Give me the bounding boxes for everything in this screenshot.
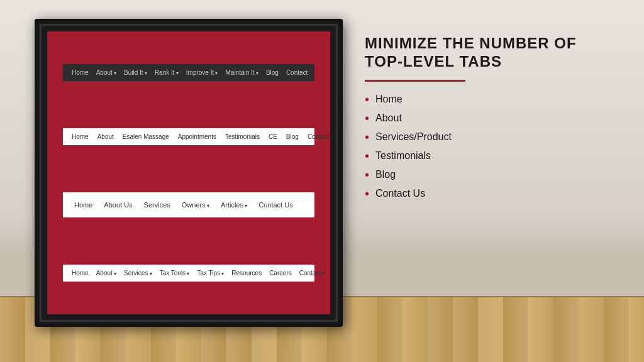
nav1-improve-it[interactable]: Improve It: [186, 69, 218, 76]
nav-bar-1: Home About Build It Rank It Improve It M…: [63, 64, 314, 81]
nav4-careers[interactable]: Careers: [269, 270, 292, 277]
bullet-list: Home About Services/Product Testimonials…: [365, 93, 616, 200]
nav1-home[interactable]: Home: [72, 69, 89, 76]
nav4-about[interactable]: About: [96, 270, 116, 277]
nav1-contact[interactable]: Contact: [286, 69, 308, 76]
nav2-home[interactable]: Home: [72, 133, 89, 140]
list-item-services: Services/Product: [365, 131, 616, 143]
nav3-about-us[interactable]: About Us: [104, 201, 132, 209]
nav2-contact[interactable]: Contact: [308, 133, 329, 140]
nav2-esalen[interactable]: Esalen Massage: [123, 133, 169, 140]
nav1-maintain-it[interactable]: Maintain It: [226, 69, 258, 76]
nav2-appointments[interactable]: Appointments: [178, 133, 216, 140]
nav-bar-4: Home About Services Tax Tools Tax Tips R…: [63, 265, 314, 282]
list-item-contact: Contact Us: [365, 187, 616, 200]
nav4-resources[interactable]: Resources: [231, 270, 262, 277]
list-item-blog: Blog: [365, 168, 616, 181]
nav4-tax-tools[interactable]: Tax Tools: [160, 270, 190, 277]
nav-bar-2: Home About Esalen Massage Appointments T…: [63, 128, 314, 145]
nav4-services[interactable]: Services: [124, 270, 152, 277]
list-item-testimonials: Testimonials: [365, 150, 616, 162]
nav4-tax-tips[interactable]: Tax Tips: [197, 270, 224, 277]
nav2-ce[interactable]: CE: [269, 133, 277, 140]
nav2-testimonials[interactable]: Testimonials: [225, 133, 260, 140]
nav1-blog[interactable]: Blog: [266, 69, 279, 76]
nav3-contact-us[interactable]: Contact Us: [258, 201, 292, 209]
right-panel: MINIMIZE THE NUMBER OF TOP-LEVEL TABS Ho…: [365, 35, 616, 206]
list-item-about: About: [365, 112, 616, 124]
nav2-blog[interactable]: Blog: [286, 133, 299, 140]
title-divider: [365, 80, 465, 82]
nav-bar-3: Home About Us Services Owners Articles C…: [63, 192, 314, 217]
picture-frame: Home About Build It Rank It Improve It M…: [35, 19, 343, 327]
nav1-about[interactable]: About: [96, 69, 116, 76]
main-title: MINIMIZE THE NUMBER OF TOP-LEVEL TABS: [365, 35, 616, 71]
nav3-articles[interactable]: Articles: [221, 201, 247, 209]
nav2-about[interactable]: About: [97, 133, 114, 140]
frame-matting: Home About Build It Rank It Improve It M…: [47, 31, 330, 314]
nav3-services[interactable]: Services: [144, 201, 170, 209]
nav3-home[interactable]: Home: [74, 201, 92, 209]
nav3-owners[interactable]: Owners: [182, 201, 209, 209]
nav1-rank-it[interactable]: Rank It: [155, 69, 179, 76]
nav1-build-it[interactable]: Build It: [124, 69, 147, 76]
list-item-home: Home: [365, 93, 616, 106]
nav4-contact[interactable]: Contact: [299, 270, 325, 277]
nav4-home[interactable]: Home: [72, 270, 89, 277]
